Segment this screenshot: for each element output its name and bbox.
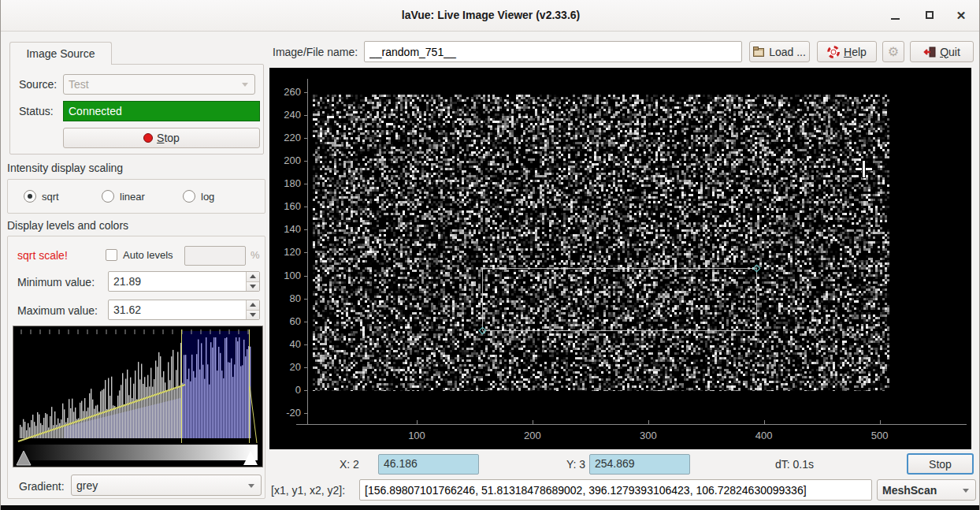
lifebuoy-icon bbox=[827, 46, 840, 58]
source-select[interactable]: Test bbox=[63, 74, 255, 95]
x-tick-label: 300 bbox=[631, 430, 666, 441]
minimize-icon[interactable] bbox=[885, 6, 905, 25]
exit-door-icon bbox=[923, 47, 936, 58]
live-noise-image[interactable] bbox=[313, 95, 889, 391]
titlebar: laVue: Live Image Viewer (v2.33.6) ✕ bbox=[1, 0, 980, 32]
x-tick-label: 100 bbox=[399, 430, 434, 441]
y-tick-label: 40 bbox=[271, 338, 301, 350]
chevron-down-icon bbox=[248, 484, 254, 488]
radio-icon bbox=[183, 190, 195, 203]
tab-image-source[interactable]: Image Source bbox=[9, 42, 112, 65]
y-tick-label: 120 bbox=[271, 246, 301, 258]
y-tick-label: 0 bbox=[271, 384, 301, 396]
scale-warning: sqrt scale! bbox=[17, 249, 68, 262]
scaling-group: sqrt linear log bbox=[7, 179, 265, 214]
y-tick-label: 240 bbox=[271, 109, 301, 121]
roi-coords-input[interactable] bbox=[359, 479, 872, 501]
spin-up-icon[interactable] bbox=[247, 272, 259, 282]
checkbox-icon bbox=[106, 249, 117, 261]
radio-icon bbox=[24, 190, 36, 203]
radio-linear[interactable]: linear bbox=[102, 190, 145, 203]
dt-label: dT: 0.1s bbox=[775, 458, 814, 471]
y-coord-label: Y: 3 bbox=[566, 458, 585, 471]
status-label: Status: bbox=[19, 105, 54, 117]
close-icon[interactable]: ✕ bbox=[951, 6, 971, 25]
chevron-down-icon bbox=[963, 489, 969, 493]
y-tick-label: 260 bbox=[271, 86, 301, 98]
y-tick-label: 20 bbox=[271, 361, 301, 373]
y-tick-label: 200 bbox=[271, 154, 301, 166]
record-dot-icon bbox=[143, 133, 153, 143]
spin-down-icon[interactable] bbox=[247, 311, 259, 320]
auto-levels-percent-input[interactable] bbox=[184, 246, 246, 266]
spin-down-icon[interactable] bbox=[247, 282, 259, 292]
x-tick-label: 200 bbox=[515, 430, 550, 441]
levels-group: sqrt scale! Auto levels % Minimum value:… bbox=[7, 236, 265, 499]
auto-levels-checkbox[interactable]: Auto levels bbox=[106, 249, 173, 261]
roi-selection-rect[interactable] bbox=[482, 268, 757, 331]
app-window: laVue: Live Image Viewer (v2.33.6) ✕ Ima… bbox=[0, 0, 980, 510]
maximize-icon[interactable] bbox=[919, 6, 940, 25]
quit-button[interactable]: Quit bbox=[910, 41, 974, 62]
source-stop-button[interactable]: Stop bbox=[63, 128, 260, 148]
y-coord-value: 254.869 bbox=[589, 454, 690, 475]
gear-icon[interactable]: ⚙ bbox=[882, 41, 904, 62]
y-axis bbox=[307, 79, 308, 424]
gradient-select[interactable]: grey bbox=[71, 475, 262, 496]
radio-icon bbox=[102, 190, 114, 203]
gradient-label: Gradient: bbox=[19, 480, 65, 493]
window-bottom-edge bbox=[1, 505, 980, 510]
y-tick-label: 100 bbox=[271, 270, 301, 281]
scaling-section-label: Intensity display scaling bbox=[7, 162, 123, 174]
y-tick-label: -20 bbox=[271, 407, 301, 419]
minimum-label: Minimum value: bbox=[17, 276, 95, 289]
source-label: Source: bbox=[19, 78, 57, 91]
folder-icon bbox=[753, 47, 765, 57]
radio-log[interactable]: log bbox=[183, 190, 214, 203]
y-tick-label: 160 bbox=[271, 200, 301, 212]
filename-input[interactable] bbox=[364, 41, 742, 62]
levels-section-label: Display levels and colors bbox=[7, 219, 128, 232]
image-source-pane: Source: Test Status: Connected Stop bbox=[9, 64, 264, 154]
y-tick-label: 60 bbox=[271, 315, 301, 327]
stop-button[interactable]: Stop bbox=[907, 453, 974, 475]
y-tick-label: 140 bbox=[271, 223, 301, 235]
crosshair-cursor-icon bbox=[856, 161, 872, 177]
status-badge: Connected bbox=[63, 101, 260, 121]
filename-label: Image/File name: bbox=[273, 46, 358, 58]
histogram-widget[interactable] bbox=[13, 326, 263, 467]
y-tick-label: 80 bbox=[271, 292, 301, 304]
maximum-value-spinbox[interactable]: 31.62 bbox=[108, 300, 260, 320]
y-tick-label: 180 bbox=[271, 177, 301, 189]
x-tick-label: 400 bbox=[747, 430, 781, 441]
percent-label: % bbox=[251, 249, 260, 261]
chevron-down-icon bbox=[242, 83, 248, 87]
y-tick-label: 220 bbox=[271, 132, 301, 143]
image-plot-area[interactable]: 260240220200180160140120100806040200-20 … bbox=[269, 68, 971, 449]
x-coord-label: X: 2 bbox=[340, 458, 359, 471]
x-tick-label: 500 bbox=[863, 430, 897, 441]
x-coord-value: 46.186 bbox=[378, 454, 479, 475]
help-button[interactable]: Help bbox=[817, 41, 877, 62]
load-button[interactable]: Load ... bbox=[749, 41, 810, 62]
histogram-canvas[interactable] bbox=[13, 326, 262, 467]
radio-sqrt[interactable]: sqrt bbox=[24, 190, 59, 203]
scan-mode-select[interactable]: MeshScan bbox=[877, 479, 976, 501]
spin-up-icon[interactable] bbox=[247, 300, 259, 311]
roi-coords-label: [x1, y1, x2, y2]: bbox=[271, 484, 345, 497]
window-title: laVue: Live Image Viewer (v2.33.6) bbox=[1, 9, 980, 21]
x-axis bbox=[296, 424, 967, 425]
minimum-value-spinbox[interactable]: 21.89 bbox=[108, 271, 260, 292]
maximum-label: Maximum value: bbox=[17, 304, 98, 317]
